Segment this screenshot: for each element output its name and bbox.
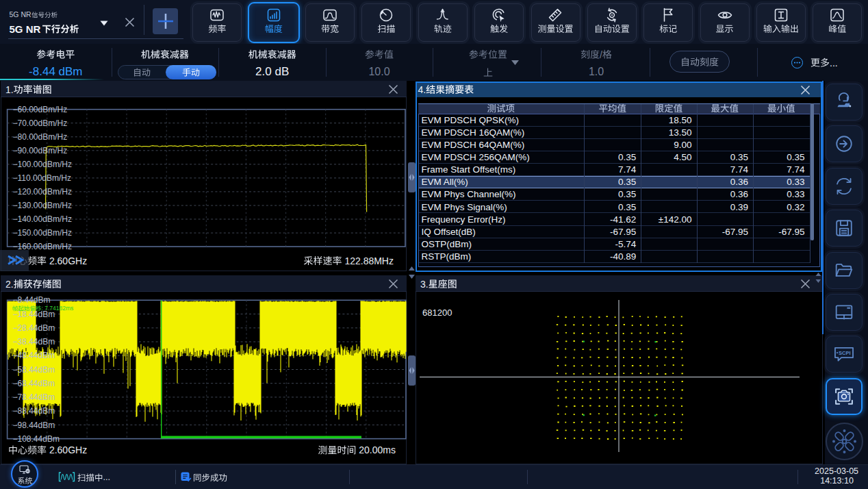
svg-text:SCPI: SCPI — [839, 350, 850, 356]
